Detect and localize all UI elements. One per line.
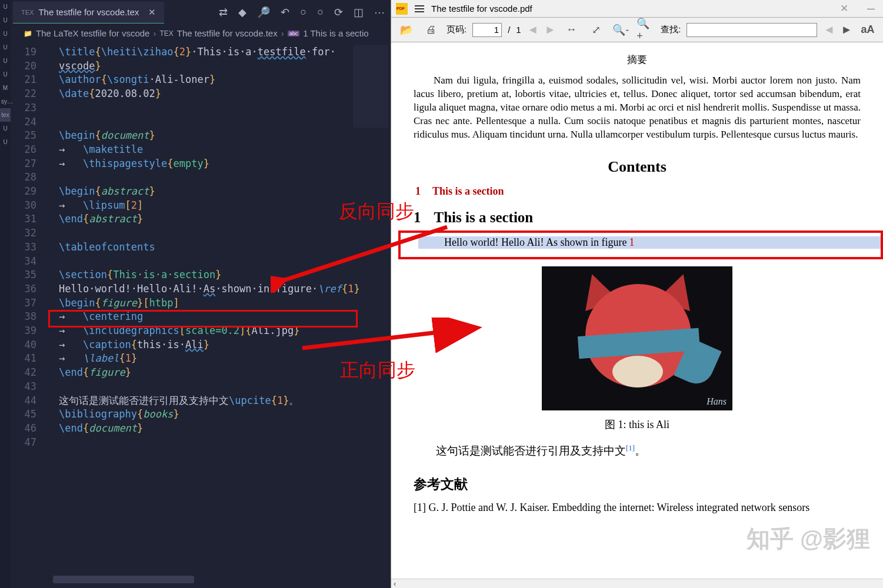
symbol-icon: abc	[288, 31, 300, 36]
code-content[interactable]: \title{\heiti\zihao{2}·This·is·a·testfil…	[59, 45, 391, 436]
horizontal-scrollbar[interactable]	[53, 576, 194, 583]
pdf-page[interactable]: 摘要 Nam dui ligula, fringilla a, euismod …	[391, 42, 883, 579]
tab-title: The testfile for vscode.tex	[38, 7, 139, 17]
editor-toolbar: ⇄ ◆ 🔎 ↶ ○ ○ ⟳ ◫ ⋯	[219, 6, 385, 19]
annotation-highlight-pdf: Hello world! Hello Ali! As shown in figu…	[398, 230, 883, 259]
references-title: 参考文献	[414, 475, 861, 493]
tab-close-icon[interactable]: ✕	[148, 7, 156, 18]
highlighted-text: Hello world! Hello Ali! As shown in figu…	[418, 236, 881, 249]
match-case-icon[interactable]: aA	[858, 21, 877, 39]
search-input[interactable]	[687, 23, 817, 37]
undo-icon[interactable]: ↶	[281, 6, 289, 19]
editor-pane: UUU UUU Msy… tex UU TEX The testfile for…	[0, 0, 391, 588]
history-icon[interactable]: ⟳	[334, 6, 343, 19]
pdf-titlebar: The testfile for vscode.pdf ✕ —	[391, 0, 883, 18]
pdf-toolbar: 📂 🖨 页码: / 1 ◄ ► ↔ ⤢ 🔍- 🔍+ 查找: ◄ ► aA	[391, 18, 883, 42]
search-label: 查找:	[661, 24, 681, 35]
watermark: 知乎 @影狸	[747, 523, 870, 555]
pdf-status-bar: ‹	[391, 579, 883, 588]
section-heading: 1This is a section	[414, 209, 861, 226]
pdf-app-icon	[396, 3, 408, 15]
folder-icon: 📁	[24, 29, 32, 38]
toc-entry[interactable]: 1This is a section	[414, 185, 861, 198]
print-icon[interactable]: 🖨	[422, 21, 441, 39]
citation-link[interactable]: [1]	[626, 443, 635, 452]
page-input[interactable]	[472, 23, 502, 37]
more-icon[interactable]: ⋯	[374, 6, 385, 19]
tab-file[interactable]: TEX The testfile for vscode.tex ✕	[13, 2, 164, 24]
pdf-viewer-pane: The testfile for vscode.pdf ✕ — 📂 🖨 页码: …	[391, 0, 883, 588]
scroll-left-icon[interactable]: ‹	[394, 579, 396, 588]
code-editor[interactable]: 1920212223242526272829303132333435363738…	[0, 42, 391, 588]
chinese-paragraph: 这句话是测试能否进行引用及支持中文[1]。	[414, 443, 861, 459]
abstract-title: 摘要	[414, 53, 861, 66]
page-label: 页码:	[447, 24, 467, 35]
reference-item: [1] G. J. Pottie and W. J. Kaiser. Embed…	[414, 502, 861, 514]
minimap[interactable]	[353, 45, 388, 128]
menu-icon[interactable]	[415, 5, 424, 12]
commit-next-icon[interactable]: ○	[317, 6, 324, 19]
page-next-icon[interactable]: ►	[544, 23, 556, 36]
line-gutter: 1920212223242526272829303132333435363738…	[0, 45, 46, 449]
search-next-icon[interactable]: ►	[841, 23, 852, 36]
search-prev-icon[interactable]: ◄	[823, 23, 835, 36]
page-prev-icon[interactable]: ◄	[527, 23, 539, 36]
split-editor-icon[interactable]: ◫	[354, 6, 364, 19]
zoom-in-icon[interactable]: 🔍+	[636, 21, 655, 39]
tex-file-icon: TEX	[21, 9, 34, 16]
fit-page-icon[interactable]: ⤢	[587, 21, 605, 39]
diff-icon[interactable]: ◆	[238, 6, 246, 19]
minimize-icon[interactable]: —	[867, 4, 878, 13]
zoom-out-icon[interactable]: 🔍-	[611, 21, 630, 39]
breadcrumbs[interactable]: 📁 The LaTeX testfile for vscode › TEX Th…	[0, 25, 391, 42]
figure-caption: 图 1: this is Ali	[414, 417, 861, 432]
open-file-icon[interactable]: 📂	[397, 21, 416, 39]
tex-file-icon: TEX	[159, 29, 173, 38]
search-icon[interactable]: 🔎	[257, 6, 270, 19]
fit-width-icon[interactable]: ↔	[562, 21, 581, 39]
abstract-body: Nam dui ligula, fringilla a, euismod sod…	[414, 74, 861, 142]
compare-icon[interactable]: ⇄	[219, 6, 228, 19]
tab-bar: TEX The testfile for vscode.tex ✕ ⇄ ◆ 🔎 …	[0, 0, 391, 25]
page-total: 1	[516, 25, 521, 35]
pdf-title: The testfile for vscode.pdf	[431, 4, 532, 14]
close-icon[interactable]: ✕	[840, 2, 860, 15]
figure-image: Hans	[542, 266, 732, 410]
contents-title: Contents	[414, 158, 861, 176]
commit-prev-icon[interactable]: ○	[300, 6, 306, 19]
